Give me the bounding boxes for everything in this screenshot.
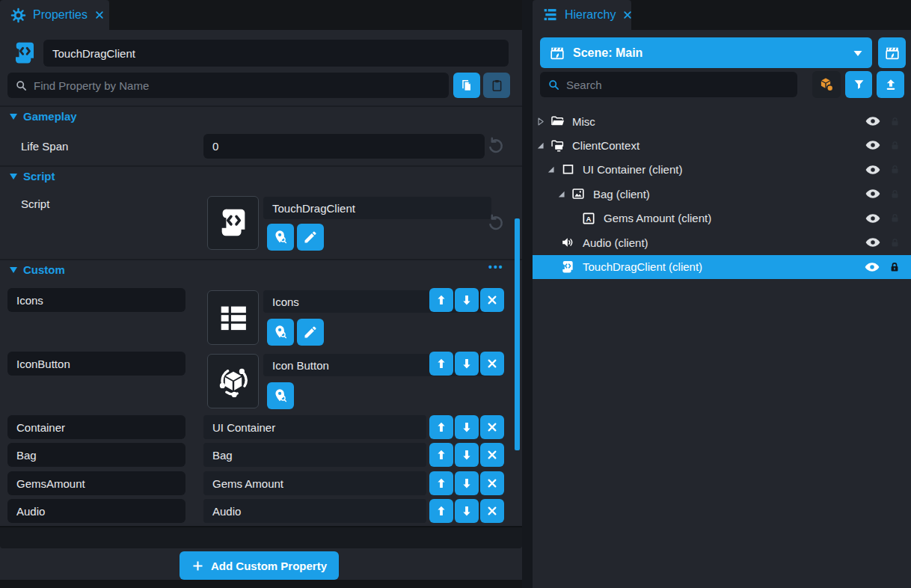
lock-icon[interactable] [889, 189, 901, 200]
scrollbar[interactable] [515, 218, 520, 450]
move-up-button[interactable] [429, 288, 453, 312]
move-down-button[interactable] [455, 499, 479, 523]
tree-label: Bag (client) [593, 188, 865, 200]
delete-button[interactable] [480, 471, 504, 495]
life-span-input[interactable] [203, 134, 485, 159]
tab-properties-label: Properties [33, 8, 88, 22]
tree-row-audio[interactable]: Audio (client) [533, 230, 911, 254]
script-thumbnail[interactable] [207, 196, 259, 250]
tree-label: UI Container (client) [583, 163, 865, 176]
delete-button[interactable] [480, 415, 504, 439]
tree-row-ui-container[interactable]: UI Container (client) [533, 158, 911, 182]
custom-menu-button[interactable]: ••• [488, 261, 504, 273]
move-up-button[interactable] [429, 443, 453, 467]
custom-name-input[interactable] [7, 499, 185, 523]
reset-icon[interactable] [486, 136, 506, 156]
tab-hierarchy[interactable]: Hierarchy [533, 0, 631, 30]
eye-icon[interactable] [865, 162, 881, 178]
chevron-expanded-icon[interactable] [556, 189, 570, 199]
edit-button[interactable] [297, 319, 324, 346]
tree-row-clientcontext[interactable]: ClientContext [533, 133, 911, 157]
move-down-button[interactable] [455, 415, 479, 439]
hierarchy-search-input[interactable] [566, 79, 790, 91]
delete-button[interactable] [480, 443, 504, 467]
custom-name-input[interactable] [7, 288, 185, 312]
add-custom-property-button[interactable]: Add Custom Property [180, 551, 339, 580]
lock-icon[interactable] [889, 261, 901, 273]
template-thumbnail[interactable] [207, 354, 259, 408]
custom-value-field[interactable]: Audio [203, 499, 426, 523]
move-down-button[interactable] [455, 471, 479, 495]
eye-icon[interactable] [865, 137, 881, 153]
arrow-down-icon [460, 448, 473, 462]
ui-grid-thumbnail[interactable] [207, 290, 259, 345]
custom-value: UI Container [212, 421, 275, 434]
hierarchy-icon [543, 7, 558, 22]
chevron-right-icon[interactable] [536, 117, 549, 126]
move-down-button[interactable] [455, 443, 479, 467]
move-up-button[interactable] [429, 415, 453, 439]
section-custom[interactable]: Custom [10, 263, 65, 276]
custom-value-field[interactable]: Bag [203, 443, 426, 467]
move-up-button[interactable] [429, 471, 453, 495]
find-in-project-button[interactable] [267, 224, 294, 251]
move-down-button[interactable] [455, 352, 479, 376]
custom-name-input[interactable] [7, 415, 185, 439]
panel-divider[interactable] [522, 0, 533, 588]
script-value-field[interactable]: TouchDragClient [263, 197, 491, 219]
tree-row-misc[interactable]: Misc [533, 109, 911, 133]
eye-icon[interactable] [865, 210, 881, 227]
eye-icon[interactable] [865, 186, 881, 202]
scene-settings-button[interactable] [878, 37, 906, 68]
script-icon [216, 206, 251, 240]
lock-icon[interactable] [889, 237, 901, 248]
script-icon [10, 39, 39, 67]
arrow-up-icon [435, 420, 448, 434]
scene-dropdown[interactable]: Scene: Main [540, 37, 872, 68]
delete-button[interactable] [480, 499, 504, 523]
tree-row-bag[interactable]: Bag (client) [533, 182, 911, 206]
divider [0, 259, 522, 260]
close-icon[interactable] [622, 10, 633, 20]
lock-icon[interactable] [889, 140, 901, 151]
close-icon[interactable] [94, 10, 105, 20]
tab-properties[interactable]: Properties [0, 0, 109, 30]
find-in-project-button[interactable] [267, 382, 294, 409]
x-icon [486, 477, 498, 489]
arrow-up-icon [435, 357, 448, 370]
move-up-button[interactable] [429, 352, 453, 376]
eye-icon[interactable] [864, 259, 880, 275]
chevron-expanded-icon[interactable] [536, 141, 549, 150]
eye-icon[interactable] [865, 234, 881, 251]
eye-icon[interactable] [865, 113, 881, 129]
paste-properties-button[interactable] [483, 73, 510, 98]
custom-value: Bag [212, 449, 233, 462]
edit-script-button[interactable] [297, 224, 324, 251]
filter-button[interactable] [845, 71, 872, 98]
section-script[interactable]: Script [10, 170, 55, 183]
delete-button[interactable] [480, 288, 504, 312]
lock-icon[interactable] [889, 164, 901, 175]
move-down-button[interactable] [455, 288, 479, 312]
section-gameplay[interactable]: Gameplay [10, 110, 77, 123]
tree-row-touchdragclient[interactable]: TouchDragClient (client) [533, 255, 911, 279]
property-search-input[interactable] [34, 79, 441, 92]
lock-icon[interactable] [889, 116, 901, 127]
reset-icon[interactable] [486, 213, 506, 233]
copy-properties-button[interactable] [453, 73, 480, 98]
object-generator-button[interactable] [812, 71, 841, 98]
delete-button[interactable] [480, 352, 504, 376]
tree-row-gems-amount[interactable]: A Gems Amount (client) [533, 206, 911, 230]
collapse-all-button[interactable] [877, 71, 904, 98]
custom-name-input[interactable] [7, 471, 185, 495]
script-icon [559, 260, 576, 275]
chevron-expanded-icon[interactable] [546, 165, 559, 174]
custom-name-input[interactable] [7, 352, 185, 376]
lock-icon[interactable] [889, 212, 901, 224]
find-in-project-button[interactable] [267, 319, 294, 346]
object-name-input[interactable] [43, 40, 509, 67]
custom-value-field[interactable]: UI Container [203, 415, 426, 439]
custom-value-field[interactable]: Gems Amount [203, 471, 426, 495]
custom-name-input[interactable] [7, 443, 185, 467]
move-up-button[interactable] [429, 499, 453, 523]
